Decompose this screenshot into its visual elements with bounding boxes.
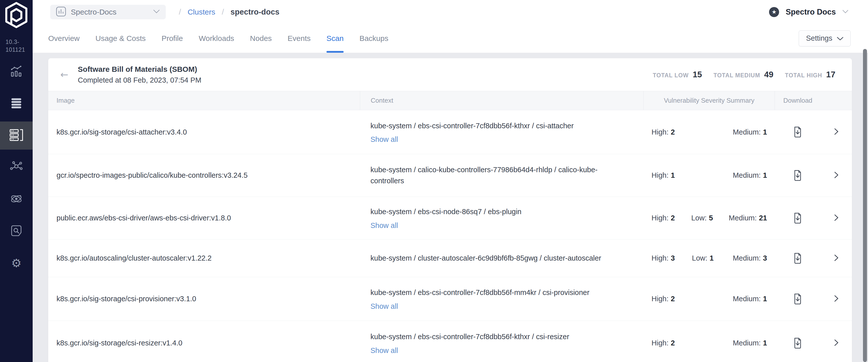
chevron-right-icon[interactable] xyxy=(834,339,839,348)
tab-events[interactable]: Events xyxy=(287,24,311,53)
tabs: Overview Usage & Costs Profile Workloads… xyxy=(48,24,388,53)
severity-high: High:2 xyxy=(651,295,692,303)
column-header-context: Context xyxy=(360,91,644,110)
tab-workloads[interactable]: Workloads xyxy=(199,24,234,53)
severity-medium: Medium:3 xyxy=(733,254,767,262)
chevron-down-icon xyxy=(153,9,160,14)
table-row[interactable]: public.ecr.aws/ebs-csi-driver/aws-ebs-cs… xyxy=(48,197,852,239)
chevron-right-icon[interactable] xyxy=(834,128,839,137)
table-row[interactable]: k8s.gcr.io/sig-storage/csi-resizer:v1.4.… xyxy=(48,321,852,362)
back-arrow-icon[interactable]: ← xyxy=(60,69,68,80)
sbom-titles: Software Bill of Materials (SBOM) Comple… xyxy=(78,65,202,84)
download-file-icon[interactable] xyxy=(793,338,802,349)
vertical-scrollbar[interactable] xyxy=(863,49,867,362)
column-header-download: Download xyxy=(775,91,821,110)
context-cell: kube-system / ebs-csi-controller-7cf8dbb… xyxy=(360,277,644,321)
tab-scan[interactable]: Scan xyxy=(327,24,344,53)
severity-low: Low:5 xyxy=(691,214,728,222)
breadcrumb-link-clusters[interactable]: Clusters xyxy=(188,8,215,16)
chevron-right-icon[interactable] xyxy=(834,171,839,180)
table-row[interactable]: gcr.io/spectro-images-public/calico/kube… xyxy=(48,154,852,197)
severity-medium: Medium:1 xyxy=(733,128,767,136)
orbit-icon xyxy=(10,192,23,206)
severity-cell: High:2 Medium:1 xyxy=(644,277,775,321)
severity-medium: Medium:1 xyxy=(733,171,767,179)
sbom-card: ← Software Bill of Materials (SBOM) Comp… xyxy=(48,58,852,362)
table-row[interactable]: k8s.gcr.io/sig-storage/csi-provisioner:v… xyxy=(48,277,852,321)
context-cell: kube-system / calico-kube-controllers-77… xyxy=(360,154,644,197)
settings-button[interactable]: Settings xyxy=(799,30,851,46)
severity-totals: TOTAL LOW 15 TOTAL MEDIUM 49 TOTAL HIGH … xyxy=(653,70,835,79)
sbom-title: Software Bill of Materials (SBOM) xyxy=(78,65,202,73)
tab-overview[interactable]: Overview xyxy=(48,24,80,53)
sidebar-item-profiles[interactable] xyxy=(0,90,33,118)
column-header-spacer xyxy=(821,91,852,110)
chevron-right-icon[interactable] xyxy=(834,213,839,223)
chevron-right-icon[interactable] xyxy=(834,254,839,263)
severity-cell: High:2 Medium:1 xyxy=(644,321,775,362)
table-row[interactable]: k8s.gcr.io/sig-storage/csi-attacher:v3.4… xyxy=(48,110,852,154)
severity-medium: Medium:1 xyxy=(733,339,767,347)
tab-nodes[interactable]: Nodes xyxy=(250,24,272,53)
context-cell: kube-system / ebs-csi-controller-7cf8dbb… xyxy=(360,321,644,362)
context-text: kube-system / ebs-csi-controller-7cf8dbb… xyxy=(370,331,628,342)
context-text: kube-system / ebs-csi-controller-7cf8dbb… xyxy=(370,287,628,298)
context-cell: kube-system / ebs-csi-controller-7cf8dbb… xyxy=(360,110,644,154)
context-text: kube-system / cluster-autoscaler-6c9d9bf… xyxy=(370,253,628,264)
doc-search-icon xyxy=(10,224,23,238)
context-text: kube-system / ebs-csi-controller-7cf8dbb… xyxy=(370,121,628,132)
sidebar-item-workspaces[interactable] xyxy=(0,153,33,182)
breadcrumb: / Clusters / spectro-docs xyxy=(179,7,279,17)
account-name: Spectro Docs xyxy=(786,7,836,17)
breadcrumb-separator: / xyxy=(179,7,181,17)
show-all-link[interactable]: Show all xyxy=(370,135,628,143)
table-row[interactable]: k8s.gcr.io/autoscaling/cluster-autoscale… xyxy=(48,239,852,277)
severity-low: Low:1 xyxy=(692,254,730,262)
sidebar-item-clusters[interactable] xyxy=(0,122,33,150)
download-file-icon[interactable] xyxy=(793,212,802,224)
sidebar-item-tenant[interactable] xyxy=(0,185,33,213)
show-all-link[interactable]: Show all xyxy=(370,222,628,230)
tab-backups[interactable]: Backups xyxy=(360,24,388,53)
palette-logo xyxy=(0,2,33,28)
severity-medium: Medium:1 xyxy=(733,295,767,303)
column-header-image: Image xyxy=(48,91,360,110)
context-cell: kube-system / ebs-csi-node-86sq7 / ebs-p… xyxy=(360,197,644,239)
image-name: k8s.gcr.io/sig-storage/csi-provisioner:v… xyxy=(48,277,360,321)
account-menu[interactable]: ★ Spectro Docs xyxy=(769,7,848,17)
image-name: gcr.io/spectro-images-public/calico/kube… xyxy=(48,154,360,197)
servers-icon xyxy=(9,128,23,143)
project-selector[interactable]: Spectro-Docs xyxy=(50,5,166,19)
image-name: public.ecr.aws/ebs-csi-driver/aws-ebs-cs… xyxy=(48,197,360,239)
download-file-icon[interactable] xyxy=(793,127,802,138)
sidebar-item-audit[interactable] xyxy=(0,217,33,245)
sidebar-item-dashboard[interactable] xyxy=(0,58,33,86)
avatar: ★ xyxy=(769,7,779,17)
show-all-link[interactable]: Show all xyxy=(370,302,628,310)
chevron-right-icon[interactable] xyxy=(834,294,839,303)
total-high: TOTAL HIGH 17 xyxy=(785,70,835,79)
chevron-down-icon xyxy=(842,10,848,14)
image-name: k8s.gcr.io/sig-storage/csi-attacher:v3.4… xyxy=(48,110,360,154)
tab-profile[interactable]: Profile xyxy=(161,24,183,53)
severity-high: High:2 xyxy=(651,214,691,222)
layers-icon xyxy=(10,97,23,111)
sidebar-item-settings[interactable]: ⚙ xyxy=(0,249,33,277)
show-all-link[interactable]: Show all xyxy=(370,347,628,355)
cluster-tabbar: Overview Usage & Costs Profile Workloads… xyxy=(33,24,868,53)
topbar: Spectro-Docs / Clusters / spectro-docs ★… xyxy=(33,0,868,24)
image-name: k8s.gcr.io/sig-storage/csi-resizer:v1.4.… xyxy=(48,321,360,362)
bar-chart-icon xyxy=(10,65,23,79)
download-file-icon[interactable] xyxy=(793,253,802,264)
sbom-header: ← Software Bill of Materials (SBOM) Comp… xyxy=(48,58,852,91)
context-text: kube-system / ebs-csi-node-86sq7 / ebs-p… xyxy=(370,206,628,218)
download-file-icon[interactable] xyxy=(793,170,802,181)
tab-usage-costs[interactable]: Usage & Costs xyxy=(95,24,146,53)
sbom-completed-at: Completed at 08 Feb, 2023, 07:54 PM xyxy=(78,76,202,84)
scan-content: ← Software Bill of Materials (SBOM) Comp… xyxy=(33,53,868,362)
context-cell: kube-system / cluster-autoscaler-6c9d9bf… xyxy=(360,239,644,277)
table-header: Image Context Vulnerability Severity Sum… xyxy=(48,91,852,110)
severity-high: High:2 xyxy=(651,128,692,136)
download-file-icon[interactable] xyxy=(793,293,802,304)
column-header-severity: Vulnerability Severity Summary xyxy=(644,91,775,110)
